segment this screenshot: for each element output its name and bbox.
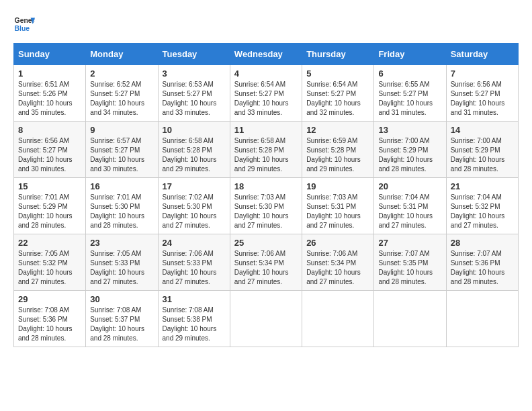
day-number: 30 xyxy=(90,294,153,304)
day-info: Sunrise: 6:53 AMSunset: 5:27 PMDaylight:… xyxy=(163,80,226,118)
logo-icon: General Blue xyxy=(13,13,35,35)
day-header-wednesday: Wednesday xyxy=(230,44,302,65)
day-cell-2: 2Sunrise: 6:52 AMSunset: 5:27 PMDaylight… xyxy=(86,65,158,122)
day-number: 6 xyxy=(378,68,441,79)
day-info: Sunrise: 7:04 AMSunset: 5:31 PMDaylight:… xyxy=(378,193,441,230)
day-number: 31 xyxy=(163,294,226,304)
day-cell-10: 10Sunrise: 6:58 AMSunset: 5:28 PMDayligh… xyxy=(158,122,230,178)
day-info: Sunrise: 7:03 AMSunset: 5:30 PMDaylight:… xyxy=(234,193,298,230)
day-number: 26 xyxy=(306,238,369,248)
day-info: Sunrise: 7:00 AMSunset: 5:29 PMDaylight:… xyxy=(378,136,441,174)
day-info: Sunrise: 6:56 AMSunset: 5:27 PMDaylight:… xyxy=(18,136,81,174)
day-info: Sunrise: 6:54 AMSunset: 5:27 PMDaylight:… xyxy=(306,80,369,118)
day-cell-30: 30Sunrise: 7:08 AMSunset: 5:37 PMDayligh… xyxy=(86,291,158,347)
calendar-week-4: 22Sunrise: 7:05 AMSunset: 5:32 PMDayligh… xyxy=(14,234,519,291)
day-cell-19: 19Sunrise: 7:03 AMSunset: 5:31 PMDayligh… xyxy=(302,178,374,234)
day-info: Sunrise: 6:58 AMSunset: 5:28 PMDaylight:… xyxy=(234,136,298,174)
day-number: 18 xyxy=(234,181,298,191)
day-info: Sunrise: 7:08 AMSunset: 5:38 PMDaylight:… xyxy=(163,306,226,343)
day-number: 12 xyxy=(306,125,369,135)
day-number: 9 xyxy=(90,125,153,135)
calendar-table: SundayMondayTuesdayWednesdayThursdayFrid… xyxy=(13,43,519,347)
day-number: 14 xyxy=(451,125,514,135)
calendar-week-3: 15Sunrise: 7:01 AMSunset: 5:29 PMDayligh… xyxy=(14,178,519,234)
day-number: 5 xyxy=(306,68,369,79)
day-info: Sunrise: 6:55 AMSunset: 5:27 PMDaylight:… xyxy=(378,80,441,118)
day-header-sunday: Sunday xyxy=(14,44,86,65)
day-cell-26: 26Sunrise: 7:06 AMSunset: 5:34 PMDayligh… xyxy=(302,234,374,291)
day-cell-12: 12Sunrise: 6:59 AMSunset: 5:28 PMDayligh… xyxy=(302,122,374,178)
logo: General Blue xyxy=(13,13,35,35)
day-number: 21 xyxy=(451,181,514,191)
day-cell-17: 17Sunrise: 7:02 AMSunset: 5:30 PMDayligh… xyxy=(158,178,230,234)
day-info: Sunrise: 6:51 AMSunset: 5:26 PMDaylight:… xyxy=(18,80,81,118)
day-cell-11: 11Sunrise: 6:58 AMSunset: 5:28 PMDayligh… xyxy=(230,122,302,178)
day-number: 8 xyxy=(18,125,81,135)
day-cell-15: 15Sunrise: 7:01 AMSunset: 5:29 PMDayligh… xyxy=(14,178,86,234)
day-number: 25 xyxy=(234,238,298,248)
day-number: 11 xyxy=(234,125,298,135)
day-info: Sunrise: 7:03 AMSunset: 5:31 PMDaylight:… xyxy=(306,193,369,230)
day-info: Sunrise: 6:52 AMSunset: 5:27 PMDaylight:… xyxy=(90,80,153,118)
day-number: 2 xyxy=(90,68,153,79)
day-number: 16 xyxy=(90,181,153,191)
day-info: Sunrise: 7:08 AMSunset: 5:36 PMDaylight:… xyxy=(18,306,81,343)
day-info: Sunrise: 6:57 AMSunset: 5:27 PMDaylight:… xyxy=(90,136,153,174)
day-info: Sunrise: 7:06 AMSunset: 5:33 PMDaylight:… xyxy=(163,249,226,287)
day-info: Sunrise: 7:01 AMSunset: 5:30 PMDaylight:… xyxy=(90,193,153,230)
day-cell-22: 22Sunrise: 7:05 AMSunset: 5:32 PMDayligh… xyxy=(14,234,86,291)
day-number: 13 xyxy=(378,125,441,135)
day-number: 4 xyxy=(234,68,298,79)
day-info: Sunrise: 7:05 AMSunset: 5:32 PMDaylight:… xyxy=(18,249,81,287)
day-cell-27: 27Sunrise: 7:07 AMSunset: 5:35 PMDayligh… xyxy=(374,234,446,291)
day-info: Sunrise: 6:59 AMSunset: 5:28 PMDaylight:… xyxy=(306,136,369,174)
day-header-tuesday: Tuesday xyxy=(158,44,230,65)
day-number: 27 xyxy=(378,238,441,248)
day-info: Sunrise: 7:06 AMSunset: 5:34 PMDaylight:… xyxy=(306,249,369,287)
day-info: Sunrise: 6:56 AMSunset: 5:27 PMDaylight:… xyxy=(451,80,514,118)
day-info: Sunrise: 7:05 AMSunset: 5:33 PMDaylight:… xyxy=(90,249,153,287)
day-info: Sunrise: 7:07 AMSunset: 5:35 PMDaylight:… xyxy=(378,249,441,287)
day-number: 24 xyxy=(163,238,226,248)
header-row: SundayMondayTuesdayWednesdayThursdayFrid… xyxy=(14,44,519,65)
day-info: Sunrise: 7:01 AMSunset: 5:29 PMDaylight:… xyxy=(18,193,81,230)
day-number: 3 xyxy=(163,68,226,79)
day-cell-13: 13Sunrise: 7:00 AMSunset: 5:29 PMDayligh… xyxy=(374,122,446,178)
day-cell-16: 16Sunrise: 7:01 AMSunset: 5:30 PMDayligh… xyxy=(86,178,158,234)
day-number: 28 xyxy=(451,238,514,248)
day-cell-25: 25Sunrise: 7:06 AMSunset: 5:34 PMDayligh… xyxy=(230,234,302,291)
day-info: Sunrise: 6:54 AMSunset: 5:27 PMDaylight:… xyxy=(234,80,298,118)
day-number: 17 xyxy=(163,181,226,191)
day-info: Sunrise: 7:06 AMSunset: 5:34 PMDaylight:… xyxy=(234,249,298,287)
calendar-week-5: 29Sunrise: 7:08 AMSunset: 5:36 PMDayligh… xyxy=(14,291,519,347)
day-cell-29: 29Sunrise: 7:08 AMSunset: 5:36 PMDayligh… xyxy=(14,291,86,347)
day-cell-31: 31Sunrise: 7:08 AMSunset: 5:38 PMDayligh… xyxy=(158,291,230,347)
day-info: Sunrise: 7:08 AMSunset: 5:37 PMDaylight:… xyxy=(90,306,153,343)
day-cell-28: 28Sunrise: 7:07 AMSunset: 5:36 PMDayligh… xyxy=(446,234,518,291)
day-cell-5: 5Sunrise: 6:54 AMSunset: 5:27 PMDaylight… xyxy=(302,65,374,122)
day-number: 23 xyxy=(90,238,153,248)
svg-text:Blue: Blue xyxy=(15,25,30,32)
day-number: 19 xyxy=(306,181,369,191)
day-header-monday: Monday xyxy=(86,44,158,65)
day-info: Sunrise: 6:58 AMSunset: 5:28 PMDaylight:… xyxy=(163,136,226,174)
day-cell-9: 9Sunrise: 6:57 AMSunset: 5:27 PMDaylight… xyxy=(86,122,158,178)
empty-cell xyxy=(374,291,446,347)
day-cell-1: 1Sunrise: 6:51 AMSunset: 5:26 PMDaylight… xyxy=(14,65,86,122)
day-cell-21: 21Sunrise: 7:04 AMSunset: 5:32 PMDayligh… xyxy=(446,178,518,234)
day-cell-20: 20Sunrise: 7:04 AMSunset: 5:31 PMDayligh… xyxy=(374,178,446,234)
day-cell-4: 4Sunrise: 6:54 AMSunset: 5:27 PMDaylight… xyxy=(230,65,302,122)
day-info: Sunrise: 7:00 AMSunset: 5:29 PMDaylight:… xyxy=(451,136,514,174)
day-cell-24: 24Sunrise: 7:06 AMSunset: 5:33 PMDayligh… xyxy=(158,234,230,291)
day-header-thursday: Thursday xyxy=(302,44,374,65)
empty-cell xyxy=(230,291,302,347)
day-cell-3: 3Sunrise: 6:53 AMSunset: 5:27 PMDaylight… xyxy=(158,65,230,122)
day-number: 7 xyxy=(451,68,514,79)
calendar-week-2: 8Sunrise: 6:56 AMSunset: 5:27 PMDaylight… xyxy=(14,122,519,178)
day-cell-8: 8Sunrise: 6:56 AMSunset: 5:27 PMDaylight… xyxy=(14,122,86,178)
day-info: Sunrise: 7:02 AMSunset: 5:30 PMDaylight:… xyxy=(163,193,226,230)
day-number: 22 xyxy=(18,238,81,248)
empty-cell xyxy=(446,291,518,347)
day-number: 10 xyxy=(163,125,226,135)
day-header-saturday: Saturday xyxy=(446,44,518,65)
